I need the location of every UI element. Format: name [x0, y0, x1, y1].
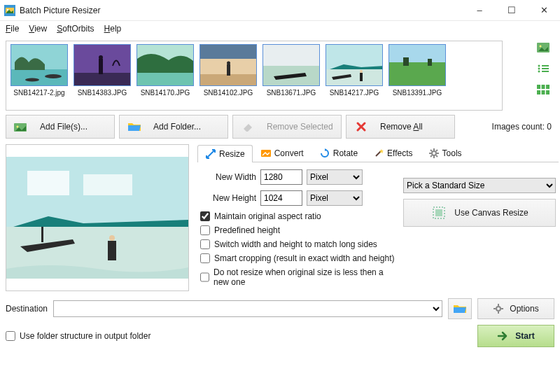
tab-resize[interactable]: Resize [197, 145, 253, 162]
close-button[interactable]: ✕ [528, 0, 560, 21]
thumbnail-caption: SNB14217-2.jpg [13, 89, 64, 97]
images-count-label: Images count: 0 [492, 122, 554, 132]
svg-rect-40 [542, 90, 545, 94]
tab-rotate-label: Rotate [333, 148, 358, 158]
svg-point-6 [25, 78, 39, 82]
menu-softorbits[interactable]: SoftOrbits [57, 24, 94, 34]
svg-rect-20 [326, 45, 383, 69]
thumbnail[interactable]: SNB14217.JPG [324, 44, 384, 107]
add-files-button[interactable]: Add File(s)... [6, 115, 115, 139]
maintain-ratio-label: Maintain original aspect ratio [214, 211, 321, 221]
resize-icon [205, 148, 216, 160]
width-unit-select[interactable]: Pixel [307, 169, 363, 185]
view-list-icon[interactable] [536, 62, 550, 76]
svg-rect-26 [403, 57, 409, 66]
options-button[interactable]: Options [477, 298, 554, 319]
svg-rect-39 [537, 90, 540, 94]
svg-rect-33 [542, 68, 549, 69]
thumbnail-strip: SNB14217-2.jpgSNB14383.JPGSNB14170.JPGSN… [6, 41, 503, 111]
add-folder-label: Add Folder... [153, 122, 201, 132]
svg-point-63 [496, 307, 500, 311]
switch-wh-checkbox[interactable] [200, 239, 210, 249]
thumbnail[interactable]: SNB13391.JPG [387, 44, 447, 107]
smart-crop-checkbox[interactable] [200, 253, 210, 263]
svg-rect-48 [41, 227, 43, 242]
remove-selected-label: Remove Selected [267, 122, 333, 132]
height-unit-select[interactable]: Pixel [307, 190, 363, 206]
svg-rect-38 [546, 85, 550, 89]
canvas-resize-button[interactable]: Use Canvas Resize [403, 199, 556, 227]
svg-point-43 [17, 126, 19, 128]
thumbnail[interactable]: SNB14102.JPG [198, 44, 258, 107]
svg-point-29 [540, 46, 542, 48]
tab-rotate[interactable]: Rotate [312, 144, 365, 162]
svg-line-60 [436, 150, 438, 151]
svg-rect-31 [542, 65, 549, 66]
menu-help[interactable]: Help [104, 24, 122, 34]
window-title: Batch Picture Resizer [20, 6, 463, 15]
use-folder-structure-label: Use folder structure in output folder [20, 331, 150, 341]
view-grid-icon[interactable] [536, 83, 550, 97]
new-width-label: New Width [200, 172, 256, 182]
view-thumbnails-icon[interactable] [536, 41, 550, 55]
maximize-button[interactable]: ☐ [496, 0, 528, 21]
menu-view[interactable]: View [29, 24, 47, 34]
svg-rect-35 [542, 71, 549, 72]
svg-rect-8 [74, 73, 131, 86]
use-folder-structure-checkbox[interactable] [6, 331, 15, 341]
svg-point-2 [7, 8, 9, 10]
new-height-input[interactable] [260, 190, 302, 206]
smart-crop-label: Smart cropping (result in exact width an… [214, 253, 394, 263]
start-button[interactable]: Start [477, 325, 554, 347]
svg-rect-49 [108, 241, 116, 260]
tab-convert[interactable]: Convert [253, 144, 312, 162]
svg-line-58 [436, 155, 438, 157]
minimize-button[interactable]: – [463, 0, 496, 21]
svg-rect-14 [200, 45, 257, 59]
thumbnail-caption: SNB14102.JPG [204, 89, 253, 97]
menu-file[interactable]: File [6, 24, 19, 34]
svg-rect-15 [200, 74, 257, 86]
svg-line-57 [430, 150, 432, 151]
add-files-label: Add File(s)... [40, 122, 88, 132]
gear-icon [428, 148, 440, 159]
remove-selected-button[interactable]: Remove Selected [232, 115, 342, 139]
thumbnail[interactable]: SNB14217-2.jpg [9, 44, 69, 107]
remove-all-button[interactable]: Remove All [346, 115, 455, 139]
switch-wh-label: Switch width and height to match long si… [214, 239, 377, 249]
thumbnail[interactable]: SNB14383.JPG [72, 44, 132, 107]
new-width-input[interactable] [260, 169, 302, 185]
svg-point-32 [538, 68, 540, 70]
predefined-height-checkbox[interactable] [200, 225, 210, 235]
svg-rect-9 [99, 59, 103, 74]
svg-line-59 [430, 155, 432, 157]
main-area: Resize Convert Rotate Effects Tools [6, 144, 554, 291]
thumbnail-caption: SNB13671.JPG [267, 89, 316, 97]
no-resize-smaller-checkbox[interactable] [200, 272, 209, 282]
options-label: Options [510, 304, 538, 314]
maintain-ratio-checkbox[interactable] [200, 211, 210, 221]
svg-point-52 [432, 151, 436, 155]
destination-row: Destination Options [6, 298, 554, 319]
standard-size-select[interactable]: Pick a Standard Size [403, 178, 556, 193]
tab-effects-label: Effects [387, 148, 412, 158]
title-bar: Batch Picture Resizer – ☐ ✕ [0, 0, 560, 21]
thumbnail[interactable]: SNB13671.JPG [261, 44, 321, 107]
predefined-height-label: Predefined height [214, 225, 280, 235]
app-icon [4, 5, 15, 16]
tab-effects[interactable]: Effects [365, 144, 420, 162]
destination-select[interactable] [53, 300, 442, 317]
toolbar: Add File(s)... Add Folder... Remove Sele… [6, 115, 554, 139]
thumbnail[interactable]: SNB14170.JPG [135, 44, 195, 107]
svg-point-10 [99, 55, 103, 59]
thumbnail-caption: SNB14383.JPG [78, 89, 127, 97]
add-folder-button[interactable]: Add Folder... [119, 115, 228, 139]
folder-open-icon [453, 303, 467, 314]
tab-tools[interactable]: Tools [421, 144, 470, 162]
preview-box [6, 144, 189, 291]
destination-label: Destination [6, 304, 48, 314]
browse-destination-button[interactable] [448, 298, 472, 319]
tab-resize-label: Resize [219, 149, 245, 159]
start-label: Start [515, 331, 534, 341]
thumbnail-caption: SNB13391.JPG [393, 89, 442, 97]
